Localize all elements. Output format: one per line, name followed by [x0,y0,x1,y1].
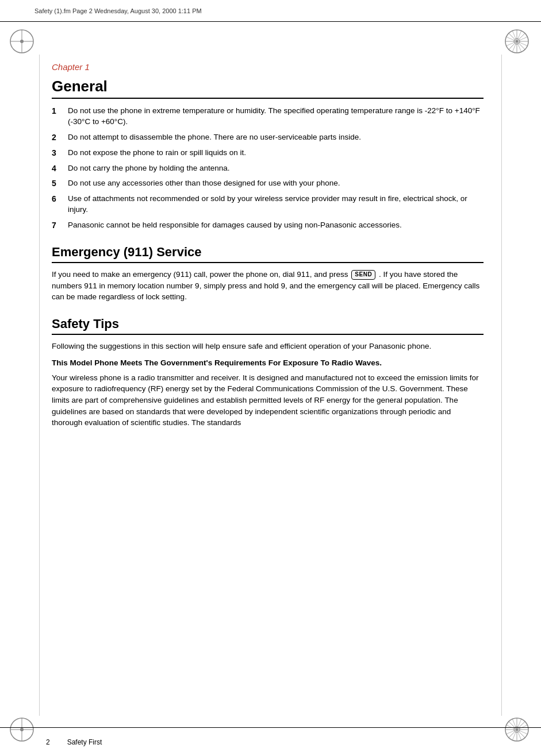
left-rule [39,55,40,716]
svg-point-3 [20,40,24,43]
section-title-safety: Safety Tips [52,317,484,335]
list-item: 7 Panasonic cannot be held responsible f… [52,220,484,231]
emergency-body: If you need to make an emergency (911) c… [52,269,484,303]
svg-point-14 [516,40,518,43]
footer-section-label: Safety First [67,738,102,746]
list-item: 2 Do not attempt to disassemble the phon… [52,132,484,143]
corner-top-left [9,29,37,56]
safety-intro: Following the suggestions in this sectio… [52,341,484,352]
list-number: 1 [52,106,68,115]
section-title-emergency: Emergency (911) Service [52,245,484,263]
send-button-inline: SEND [351,270,375,280]
general-list: 1 Do not use the phone in extreme temper… [52,106,484,231]
list-text: Do not use the phone in extreme temperat… [68,106,484,128]
safety-bold-heading: This Model Phone Meets The Government's … [52,357,484,369]
list-text: Do not use any accessories other than th… [68,178,484,189]
list-item: 3 Do not expose the phone to rain or spi… [52,148,484,159]
list-number: 2 [52,132,68,142]
list-text: Do not expose the phone to rain or spill… [68,148,484,159]
safety-body: Your wireless phone is a radio transmitt… [52,372,484,429]
list-number: 6 [52,194,68,203]
page-footer: 2 Safety First [0,727,541,756]
list-number: 5 [52,178,68,188]
list-text: Panasonic cannot be held responsible for… [68,220,484,231]
list-text: Do not attempt to disassemble the phone.… [68,132,484,143]
list-number: 3 [52,148,68,157]
list-number: 4 [52,163,68,173]
footer-page-number: 2 [46,738,50,746]
chapter-label: Chapter 1 [52,62,484,72]
main-content: Chapter 1 General 1 Do not use the phone… [46,22,495,722]
list-item: 4 Do not carry the phone by holding the … [52,163,484,174]
section-title-general: General [52,78,484,99]
list-item: 5 Do not use any accessories other than … [52,178,484,189]
list-item: 1 Do not use the phone in extreme temper… [52,106,484,128]
list-text: Do not carry the phone by holding the an… [68,163,484,174]
corner-top-right [504,29,532,56]
list-item: 6 Use of attachments not recommended or … [52,194,484,215]
list-number: 7 [52,220,68,230]
page-header: Safety (1).fm Page 2 Wednesday, August 3… [0,0,541,22]
right-rule [501,55,502,716]
list-text: Use of attachments not recommended or so… [68,194,484,215]
page: Safety (1).fm Page 2 Wednesday, August 3… [0,0,541,756]
header-text: Safety (1).fm Page 2 Wednesday, August 3… [34,7,202,14]
